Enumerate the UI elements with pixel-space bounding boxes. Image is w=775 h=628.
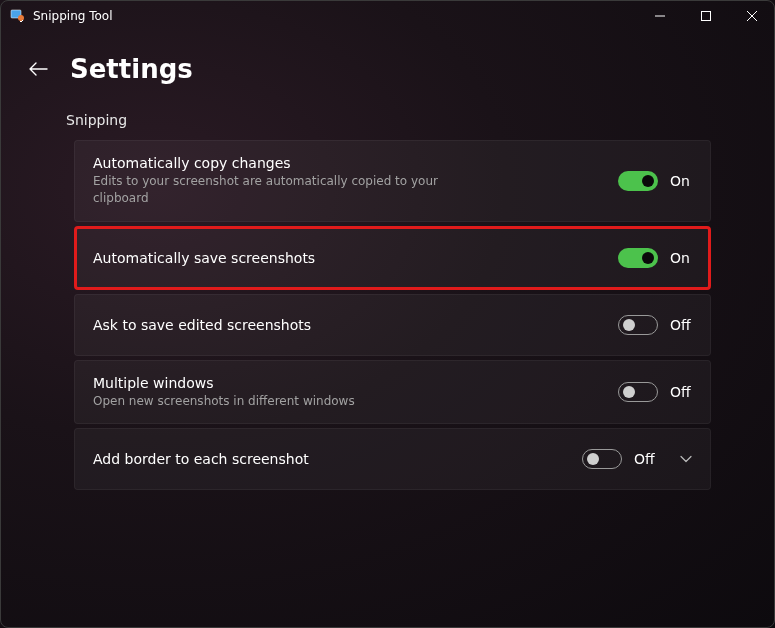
back-arrow-icon[interactable]: [28, 61, 48, 77]
setting-text: Multiple windowsOpen new screenshots in …: [93, 375, 618, 410]
setting-control: On: [618, 248, 694, 268]
setting-control: On: [618, 171, 694, 191]
setting-title: Automatically copy changes: [93, 155, 618, 171]
titlebar: Snipping Tool: [0, 0, 775, 32]
chevron-down-icon[interactable]: [678, 455, 694, 463]
setting-text: Automatically copy changesEdits to your …: [93, 155, 618, 207]
setting-row: Ask to save edited screenshotsOff: [74, 294, 711, 356]
setting-text: Add border to each screenshot: [93, 451, 582, 467]
toggle-state-label: Off: [634, 451, 658, 467]
titlebar-left: Snipping Tool: [10, 8, 112, 24]
settings-list: Automatically copy changesEdits to your …: [8, 140, 767, 490]
page-title: Settings: [70, 54, 193, 84]
setting-control: Off: [582, 449, 694, 469]
setting-control: Off: [618, 382, 694, 402]
setting-subtitle: Edits to your screenshot are automatical…: [93, 173, 473, 207]
section-label: Snipping: [8, 106, 767, 140]
toggle-state-label: Off: [670, 384, 694, 400]
setting-title: Add border to each screenshot: [93, 451, 582, 467]
toggle-switch[interactable]: [618, 382, 658, 402]
toggle-knob: [642, 252, 654, 264]
setting-title: Multiple windows: [93, 375, 618, 391]
setting-control: Off: [618, 315, 694, 335]
toggle-switch[interactable]: [618, 315, 658, 335]
maximize-button[interactable]: [683, 0, 729, 32]
toggle-state-label: On: [670, 173, 694, 189]
app-title: Snipping Tool: [33, 9, 112, 23]
setting-row: Automatically copy changesEdits to your …: [74, 140, 711, 222]
setting-subtitle: Open new screenshots in different window…: [93, 393, 473, 410]
setting-title: Ask to save edited screenshots: [93, 317, 618, 333]
close-button[interactable]: [729, 0, 775, 32]
svg-rect-3: [702, 12, 711, 21]
toggle-state-label: On: [670, 250, 694, 266]
setting-title: Automatically save screenshots: [93, 250, 618, 266]
setting-row[interactable]: Add border to each screenshotOff: [74, 428, 711, 490]
setting-row: Automatically save screenshotsOn: [74, 226, 711, 290]
window-controls: [637, 0, 775, 32]
toggle-knob: [623, 386, 635, 398]
toggle-knob: [642, 175, 654, 187]
setting-row: Multiple windowsOpen new screenshots in …: [74, 360, 711, 425]
toggle-knob: [587, 453, 599, 465]
toggle-switch[interactable]: [618, 171, 658, 191]
setting-text: Ask to save edited screenshots: [93, 317, 618, 333]
header-row: Settings: [8, 32, 767, 106]
content-area: Settings Snipping Automatically copy cha…: [0, 32, 775, 490]
minimize-button[interactable]: [637, 0, 683, 32]
toggle-knob: [623, 319, 635, 331]
app-icon: [10, 8, 26, 24]
toggle-state-label: Off: [670, 317, 694, 333]
setting-text: Automatically save screenshots: [93, 250, 618, 266]
toggle-switch[interactable]: [582, 449, 622, 469]
toggle-switch[interactable]: [618, 248, 658, 268]
